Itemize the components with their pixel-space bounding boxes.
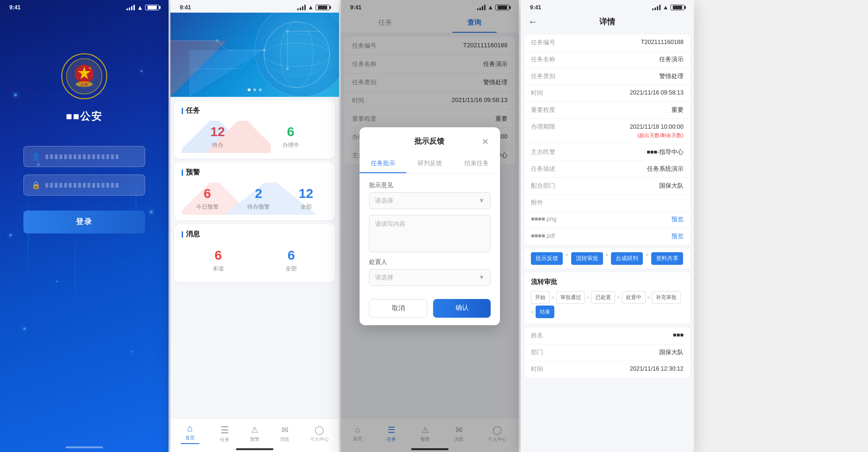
flow-arrow-3: »	[617, 295, 620, 300]
stat-number-all-msg: 6	[287, 248, 295, 263]
dc-val-1: 任务演示	[565, 56, 684, 64]
stat-all-msg: 6 全部	[286, 248, 297, 273]
password-field[interactable]: 🔒	[23, 175, 145, 196]
cancel-button[interactable]: 取消	[369, 299, 427, 318]
battery-icon	[145, 5, 159, 10]
action-share[interactable]: 资料共享	[651, 252, 683, 265]
content-placeholder: 请填写内容	[375, 220, 405, 228]
person-row-name: 姓名 ■■■	[524, 328, 690, 344]
bottom-nav: ⌂ 首页 ☰ 任务 ⚠ 预警 ✉ 消息 ◯ 个人中心	[170, 418, 339, 452]
handler-select[interactable]: 请选择 ▼	[369, 269, 491, 286]
status-bar-4: 9:41 ▲	[521, 0, 694, 13]
dc-key-pdf: ■■■■.pdf	[531, 233, 565, 239]
dc-row-8: 配合部门 国保大队	[524, 178, 690, 195]
message-title: 消息	[182, 230, 328, 239]
pr-key-time: 时间	[531, 365, 543, 373]
flow-section: 流转审批 开始 » 审批通过 » 已处置 » 处置中 » 补充审批 » 结束	[524, 272, 690, 324]
handler-arrow-icon: ▼	[478, 274, 485, 281]
dc-row-4: 重要程度 重要	[524, 102, 690, 119]
dc-row-2: 任务类别 警情处理	[524, 68, 690, 85]
glow-dot	[56, 281, 58, 282]
dc-val-7: 任务系统演示	[565, 165, 684, 173]
person-card: 姓名 ■■■ 部门 国保大队 时间 2021/11/16 12:30:12	[524, 328, 690, 378]
stat-label-processing: 办理中	[282, 141, 299, 149]
detail-page-header: ← 详情	[521, 13, 694, 33]
username-field[interactable]: 👤	[23, 146, 145, 167]
confirm-button[interactable]: 确认	[433, 299, 491, 318]
content-textarea[interactable]: 请填写内容	[369, 215, 491, 252]
pr-val-dept: 国保大队	[659, 349, 684, 357]
banner-dot-3	[259, 88, 262, 91]
dc-val-4: 重要	[565, 106, 684, 114]
dc-key-8: 配合部门	[531, 182, 565, 190]
stat-number-unread: 6	[214, 248, 222, 263]
banner-dot-1	[248, 88, 250, 91]
dc-row-1: 任务名称 任务演示	[524, 51, 690, 68]
detail-page-title: 详情	[545, 16, 669, 27]
flow-step-supplement: 补充审批	[652, 291, 681, 304]
person-row-dept: 部门 国保大队	[524, 344, 690, 361]
flow-step-start: 开始	[531, 291, 550, 304]
person-row-time: 时间 2021/11/16 12:30:12	[524, 361, 690, 378]
nav-task[interactable]: ☰ 任务	[220, 424, 229, 443]
banner-dot-2	[253, 88, 256, 91]
dc-row-5: 办理期限 2021/11/18 10:00:00(超出天数/剩余天数)	[524, 119, 690, 144]
opinion-placeholder: 请选择	[375, 197, 393, 205]
task-title: 任务	[182, 106, 328, 115]
login-fields: 👤 🔒	[23, 146, 145, 196]
nav-warning[interactable]: ⚠ 预警	[250, 425, 259, 443]
warning-bg-deco	[182, 182, 317, 215]
flow-steps: 开始 » 审批通过 » 已处置 » 处置中 » 补充审批 » 结束	[531, 291, 684, 318]
dc-row-6: 主办民警 ■■■-指导中心	[524, 144, 690, 161]
signal-icon-4	[652, 5, 661, 10]
nav-home[interactable]: ⌂ 首页	[181, 423, 199, 444]
action-feedback[interactable]: 批示反馈	[531, 252, 563, 265]
dc-val-pdf[interactable]: 预览	[565, 233, 684, 241]
action-transfer[interactable]: 流转审批	[571, 252, 603, 265]
dc-key-2: 任务类别	[531, 73, 565, 80]
dc-val-5: 2021/11/18 10:00:00(超出天数/剩余天数)	[565, 123, 684, 139]
action-feedback-label: 批示反馈	[536, 255, 558, 262]
nav-task-label: 任务	[220, 437, 229, 443]
dialog-overlay[interactable]: 批示反馈 ✕ 任务批示 研判反馈 结束任务 批示意见 请选择 ▼ 请填写内容 处…	[341, 0, 519, 452]
flow-arrow-1: »	[552, 295, 554, 300]
dialog-close-button[interactable]: ✕	[480, 135, 491, 149]
status-icons: ▲	[297, 4, 330, 11]
svg-marker-27	[224, 182, 317, 215]
action-transfer-label: 流转审批	[576, 255, 598, 262]
warning-title: 预警	[182, 168, 328, 177]
wifi-icon-4: ▲	[662, 4, 669, 11]
triangle-deco	[170, 13, 339, 97]
nav-message[interactable]: ✉ 消息	[280, 425, 289, 443]
login-button[interactable]: 登录	[23, 211, 145, 233]
action-bar: 批示反馈 » 流转审批 » 合成研判 » 资料共享	[524, 248, 690, 269]
dc-val-0: T202111160188	[565, 39, 684, 45]
nav-profile[interactable]: ◯ 个人中心	[310, 425, 329, 443]
dialog-tab-feedback[interactable]: 研判反馈	[406, 154, 453, 173]
dc-key-7: 任务描述	[531, 165, 565, 173]
phone-query: 9:41 ▲ 任务 查询 任务编号 T202111160188	[341, 0, 519, 452]
pr-key-dept: 部门	[531, 349, 543, 357]
back-button[interactable]: ←	[528, 16, 537, 27]
dc-row-png: ■■■■.png 预览	[524, 211, 690, 228]
battery-icon-4	[670, 5, 684, 10]
dialog-tabs: 任务批示 研判反馈 结束任务	[360, 154, 500, 174]
dc-val-png[interactable]: 预览	[565, 216, 684, 224]
dialog-tab-end[interactable]: 结束任务	[453, 154, 500, 173]
action-arrow-2: »	[606, 252, 609, 265]
dc-row-0: 任务编号 T202111160188	[524, 35, 690, 51]
handler-label: 处置人	[369, 258, 491, 266]
dc-val-3: 2021/11/16 09:58:13	[565, 89, 684, 96]
dc-key-5: 办理期限	[531, 123, 565, 131]
flow-section-title: 流转审批	[531, 278, 684, 286]
dialog-tab-instruction[interactable]: 任务批示	[360, 154, 406, 173]
action-share-label: 资料共享	[656, 255, 678, 262]
dialog-actions: 取消 确认	[360, 299, 500, 325]
username-placeholder	[45, 154, 120, 159]
stat-label-all-msg: 全部	[286, 265, 297, 273]
stat-processing: 6 办理中	[282, 124, 299, 149]
svg-text:公安: 公安	[80, 82, 88, 87]
opinion-select[interactable]: 请选择 ▼	[369, 192, 491, 209]
dc-row-pdf: ■■■■.pdf 预览	[524, 228, 690, 245]
action-research[interactable]: 合成研判	[611, 252, 643, 265]
